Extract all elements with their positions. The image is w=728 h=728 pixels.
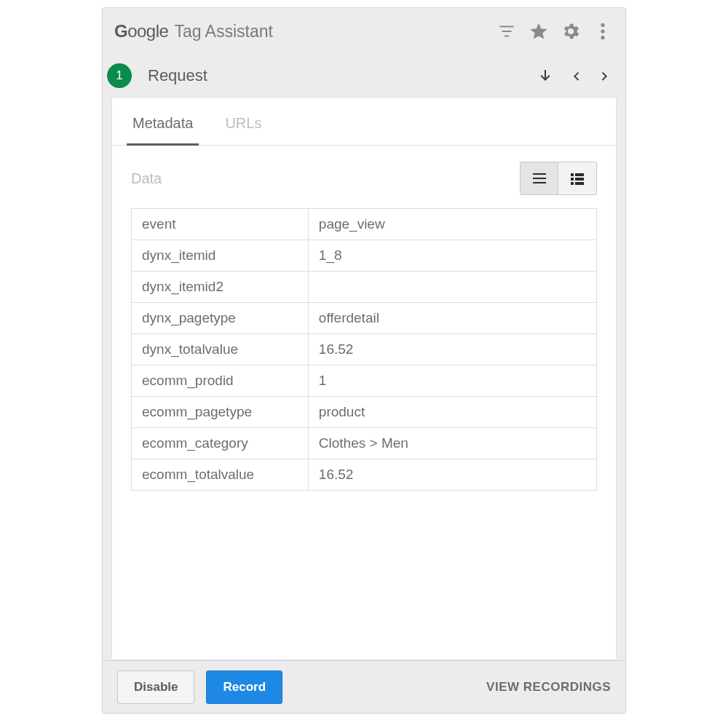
star-icon[interactable] xyxy=(528,20,550,42)
data-table: eventpage_viewdynx_itemid1_8dynx_itemid2… xyxy=(131,208,597,491)
topbar: Google Tag Assistant xyxy=(103,8,625,55)
subbar-left: 1 Request xyxy=(107,63,207,88)
bottombar-left: Disable Record xyxy=(117,670,282,704)
data-key: dynx_pagetype xyxy=(132,303,309,334)
brand: Google Tag Assistant xyxy=(114,21,273,41)
data-value: product xyxy=(308,397,596,428)
subbar: 1 Request xyxy=(103,55,625,97)
gear-icon[interactable] xyxy=(560,20,582,42)
data-value: offerdetail xyxy=(308,303,596,334)
data-value: Clothes > Men xyxy=(308,428,596,459)
request-count-badge: 1 xyxy=(107,63,132,88)
table-row: dynx_itemid2 xyxy=(132,272,597,303)
data-value: page_view xyxy=(308,209,596,240)
table-row: ecomm_pagetypeproduct xyxy=(132,397,597,428)
data-value: 1_8 xyxy=(308,240,596,272)
detail-view-icon[interactable] xyxy=(558,162,596,194)
arrow-down-icon[interactable] xyxy=(537,67,554,84)
view-toggles xyxy=(520,162,597,195)
table-row: ecomm_categoryClothes > Men xyxy=(132,428,597,459)
svg-point-1 xyxy=(601,29,604,33)
filter-icon[interactable] xyxy=(496,20,518,42)
tab-urls[interactable]: URLs xyxy=(223,98,263,145)
svg-point-0 xyxy=(601,23,604,27)
bottombar: Disable Record VIEW RECORDINGS xyxy=(103,660,625,713)
request-title: Request xyxy=(148,66,207,85)
subbar-right xyxy=(537,66,612,85)
brand-title: Tag Assistant xyxy=(174,22,273,41)
data-key: ecomm_prodid xyxy=(132,365,309,397)
table-row: dynx_itemid1_8 xyxy=(132,240,597,272)
view-recordings-link[interactable]: VIEW RECORDINGS xyxy=(486,680,611,695)
section-head: Data xyxy=(112,146,616,208)
tab-metadata[interactable]: Metadata xyxy=(131,98,194,145)
chevron-right-icon[interactable] xyxy=(598,66,612,85)
list-view-icon[interactable] xyxy=(521,162,558,194)
table-row: eventpage_view xyxy=(132,209,597,240)
table-row: ecomm_totalvalue16.52 xyxy=(132,459,597,491)
disable-button[interactable]: Disable xyxy=(117,670,194,704)
data-key: event xyxy=(132,209,309,240)
data-value: 16.52 xyxy=(308,334,596,365)
table-row: dynx_totalvalue16.52 xyxy=(132,334,597,365)
table-row: ecomm_prodid1 xyxy=(132,365,597,397)
chevron-left-icon[interactable] xyxy=(569,66,583,85)
extension-panel: Google Tag Assistant 1 Request xyxy=(102,7,626,713)
data-key: dynx_itemid2 xyxy=(132,272,309,303)
data-key: ecomm_pagetype xyxy=(132,397,309,428)
data-value xyxy=(308,272,596,303)
table-row: dynx_pagetypeofferdetail xyxy=(132,303,597,334)
data-key: ecomm_totalvalue xyxy=(132,459,309,491)
section-title: Data xyxy=(131,170,162,187)
content-card: Metadata URLs Data eventpage_viewdynx_it… xyxy=(111,97,617,660)
google-logo: Google xyxy=(114,21,168,41)
data-value: 16.52 xyxy=(308,459,596,491)
data-key: ecomm_category xyxy=(132,428,309,459)
data-key: dynx_totalvalue xyxy=(132,334,309,365)
data-value: 1 xyxy=(308,365,596,397)
data-key: dynx_itemid xyxy=(132,240,309,272)
more-vert-icon[interactable] xyxy=(592,20,614,42)
topbar-actions xyxy=(496,20,614,42)
tabs: Metadata URLs xyxy=(112,98,616,146)
record-button[interactable]: Record xyxy=(206,670,282,704)
svg-point-2 xyxy=(601,36,604,39)
